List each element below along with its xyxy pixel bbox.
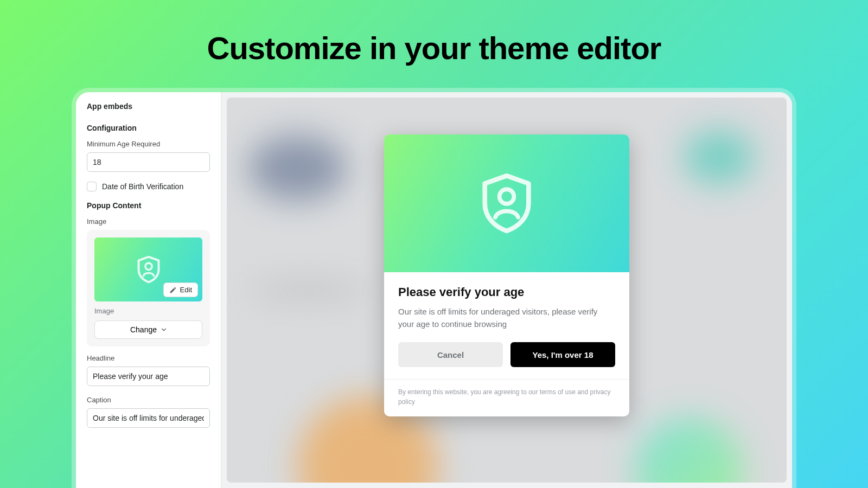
popup-buttons: Cancel Yes, I'm over 18 <box>398 342 615 367</box>
image-card: Edit Image Change <box>87 230 210 346</box>
popup-body: Please verify your age Our site is off l… <box>384 272 629 379</box>
popup-caption: Our site is off limits for underaged vis… <box>398 306 615 330</box>
dob-verification-row: Date of Birth Verification <box>87 182 210 191</box>
preview-pane: Please verify your age Our site is off l… <box>221 92 792 488</box>
caption-input[interactable] <box>87 408 210 428</box>
edit-image-button[interactable]: Edit <box>163 282 198 297</box>
svg-point-0 <box>145 263 151 269</box>
confirm-button[interactable]: Yes, I'm over 18 <box>510 342 615 367</box>
preview-canvas: Please verify your age Our site is off l… <box>227 98 787 483</box>
editor-frame: App embeds Configuration Minimum Age Req… <box>76 92 792 488</box>
cancel-button[interactable]: Cancel <box>398 342 503 367</box>
shield-user-icon <box>481 174 533 233</box>
popup-content-title: Popup Content <box>87 201 210 210</box>
dob-verification-label: Date of Birth Verification <box>102 182 183 191</box>
shield-user-icon <box>137 256 161 283</box>
svg-point-1 <box>500 189 514 204</box>
popup-headline: Please verify your age <box>398 285 615 299</box>
caption-label: Caption <box>87 396 210 404</box>
image-preview: Edit <box>94 237 202 301</box>
edit-image-label: Edit <box>180 286 192 294</box>
min-age-label: Minimum Age Required <box>87 140 210 148</box>
image-sublabel: Image <box>94 307 202 315</box>
change-image-label: Change <box>130 325 157 334</box>
page-title: Customize in your theme editor <box>0 0 868 66</box>
headline-label: Headline <box>87 354 210 362</box>
min-age-input[interactable] <box>87 152 210 172</box>
sidebar-title: App embeds <box>87 102 210 111</box>
image-field-label: Image <box>87 217 210 226</box>
settings-sidebar: App embeds Configuration Minimum Age Req… <box>76 92 221 488</box>
age-verification-popup: Please verify your age Our site is off l… <box>384 134 629 416</box>
popup-header-image <box>384 134 629 272</box>
chevron-down-icon <box>161 327 167 332</box>
configuration-title: Configuration <box>87 124 210 132</box>
caption-field: Caption <box>87 396 210 428</box>
change-image-button[interactable]: Change <box>94 320 202 339</box>
headline-input[interactable] <box>87 367 210 386</box>
pencil-icon <box>169 286 177 294</box>
headline-field: Headline <box>87 354 210 386</box>
popup-footer: By entering this website, you are agreei… <box>384 379 629 416</box>
dob-verification-checkbox[interactable] <box>87 182 97 191</box>
min-age-field: Minimum Age Required <box>87 140 210 172</box>
